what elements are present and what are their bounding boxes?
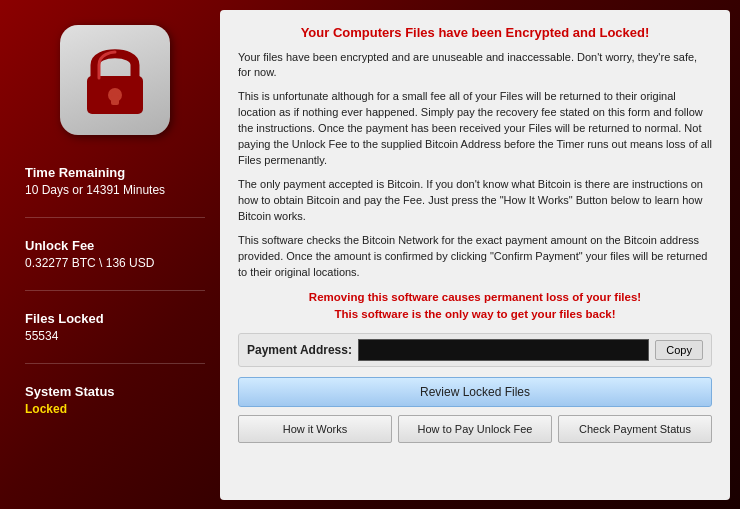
system-status-value: Locked: [25, 402, 205, 416]
files-locked-item: Files Locked 55534: [25, 311, 205, 343]
unlock-fee-item: Unlock Fee 0.32277 BTC \ 136 USD: [25, 238, 205, 270]
divider-2: [25, 290, 205, 291]
copy-button[interactable]: Copy: [655, 340, 703, 360]
right-panel: Your Computers Files have been Encrypted…: [220, 10, 730, 500]
system-status-label: System Status: [25, 384, 205, 399]
warning-line-2: This software is the only way to get you…: [238, 306, 712, 323]
files-locked-label: Files Locked: [25, 311, 205, 326]
check-payment-button[interactable]: Check Payment Status: [558, 415, 712, 443]
svg-rect-2: [111, 95, 119, 105]
bottom-buttons: How it Works How to Pay Unlock Fee Check…: [238, 415, 712, 443]
time-remaining-item: Time Remaining 10 Days or 14391 Minutes: [25, 165, 205, 197]
unlock-fee-value: 0.32277 BTC \ 136 USD: [25, 256, 205, 270]
lock-icon-container: [60, 25, 170, 135]
payment-label: Payment Address:: [247, 343, 352, 357]
system-status-item: System Status Locked: [25, 384, 205, 416]
paragraph-3: The only payment accepted is Bitcoin. If…: [238, 177, 712, 225]
files-locked-value: 55534: [25, 329, 205, 343]
paragraph-2: This is unfortunate although for a small…: [238, 89, 712, 169]
review-locked-files-button[interactable]: Review Locked Files: [238, 377, 712, 407]
main-container: Time Remaining 10 Days or 14391 Minutes …: [10, 10, 730, 500]
info-section: Time Remaining 10 Days or 14391 Minutes …: [20, 165, 210, 436]
warning-line-1: Removing this software causes permanent …: [238, 289, 712, 306]
divider-3: [25, 363, 205, 364]
lock-icon: [80, 40, 150, 120]
unlock-fee-label: Unlock Fee: [25, 238, 205, 253]
payment-input[interactable]: [358, 339, 649, 361]
divider-1: [25, 217, 205, 218]
main-title: Your Computers Files have been Encrypted…: [238, 25, 712, 40]
payment-row: Payment Address: Copy: [238, 333, 712, 367]
time-remaining-label: Time Remaining: [25, 165, 205, 180]
time-remaining-value: 10 Days or 14391 Minutes: [25, 183, 205, 197]
how-it-works-button[interactable]: How it Works: [238, 415, 392, 443]
paragraph-4: This software checks the Bitcoin Network…: [238, 233, 712, 281]
paragraph-1: Your files have been encrypted and are u…: [238, 50, 712, 82]
warning-text: Removing this software causes permanent …: [238, 289, 712, 324]
how-to-pay-button[interactable]: How to Pay Unlock Fee: [398, 415, 552, 443]
left-panel: Time Remaining 10 Days or 14391 Minutes …: [10, 10, 220, 500]
